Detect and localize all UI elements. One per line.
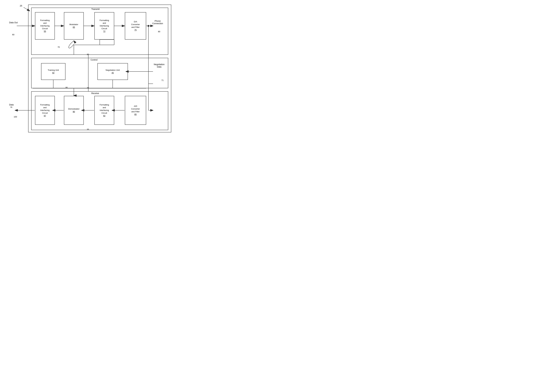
control-label: Control <box>90 59 97 61</box>
fic87-block: Formatting and Interfacing Circuit 87 <box>35 96 55 125</box>
transmit-label: Transmit <box>91 8 100 10</box>
data-in-label: DataIn <box>9 104 14 108</box>
num-70: 70 <box>58 46 60 48</box>
negotiation-data-label: NegotiationData <box>154 63 165 68</box>
phone-connection-label: PhoneConnection <box>152 20 163 25</box>
num-25: 25 <box>20 5 22 7</box>
demodulator-block: Demodulator 90 <box>64 96 84 125</box>
training-unit-block: Training Unit 50 <box>41 63 65 80</box>
da-converter-block: D/A Converter and Filter 75 <box>125 12 146 40</box>
data-in-number: 100 <box>14 116 17 118</box>
num-71: 71 <box>161 79 164 81</box>
fic92-block: Formatting and Interfacing Circuit 92 <box>94 96 114 125</box>
num-95: 95 <box>65 86 68 89</box>
fic72-block: Formatting and Interfacing Circuit 72 <box>94 12 114 40</box>
fic55-block: Formatting and Interfacing Circuit 55 <box>35 12 55 40</box>
data-out-number: 60 <box>12 34 14 36</box>
transmit-number: 30 <box>87 53 89 55</box>
receive-label: Receive <box>91 92 99 94</box>
ad-converter-block: A/D Converter and Filter 85 <box>125 96 146 125</box>
diagram: Transmit Control Receive 30 40 35 Format… <box>0 0 183 137</box>
control-number: 40 <box>87 87 89 89</box>
modulator-block: Modulator 65 <box>64 12 84 40</box>
negotiation-unit-block: Negotiation Unit 45 <box>97 63 128 80</box>
phone-number: 80 <box>158 30 160 33</box>
receive-number: 35 <box>87 128 89 131</box>
data-out-label: Data Out <box>9 21 18 24</box>
phone-dot <box>148 25 149 27</box>
